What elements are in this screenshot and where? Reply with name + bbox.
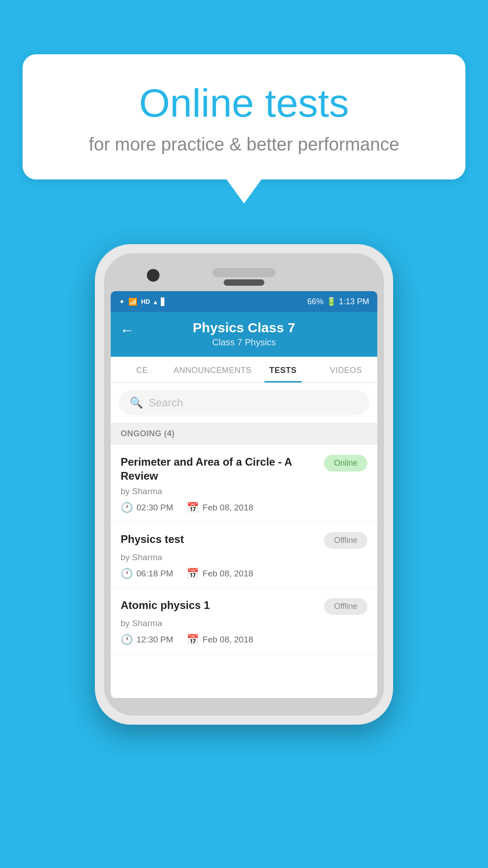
search-icon: 🔍 (130, 396, 143, 409)
test-item-time: 🕐 12:30 PM (121, 634, 173, 646)
speech-bubble: Online tests for more practice & better … (23, 54, 465, 179)
vibrate-icon: 📶 (128, 297, 137, 306)
test-item-title: Perimeter and Area of a Circle - A Revie… (121, 455, 324, 483)
app-bar: ← Physics Class 7 Class 7 Physics (111, 312, 377, 357)
test-item-title: Physics test (121, 532, 324, 546)
phone-home-indicator (224, 279, 264, 286)
phone-bottom-bezel (111, 698, 377, 709)
test-item-time: 🕐 02:30 PM (121, 502, 173, 514)
test-item-meta: 🕐 12:30 PM 📅 Feb 08, 2018 (121, 634, 367, 646)
speech-bubble-subtitle: for more practice & better performance (59, 134, 429, 155)
battery-percent: 66% (307, 297, 324, 307)
phone-camera (147, 269, 160, 282)
clock-icon: 🕐 (121, 634, 133, 646)
app-bar-breadcrumb: Class 7 Physics (212, 337, 276, 348)
test-item-author: by Sharma (121, 486, 367, 496)
test-date-value: Feb 08, 2018 (202, 635, 253, 645)
test-item-header: Perimeter and Area of a Circle - A Revie… (121, 455, 367, 483)
signal-icon: ▋ (161, 297, 166, 306)
phone-outer: ✦ 📶 HD ▴ ▋ 66% 🔋 1:13 PM ← Physic (95, 244, 393, 725)
tab-bar: CE ANNOUNCEMENTS TESTS VIDEOS (111, 357, 377, 383)
search-placeholder-text: Search (149, 396, 183, 409)
phone-top-bezel (111, 260, 377, 291)
status-right-info: 66% 🔋 1:13 PM (307, 297, 369, 307)
test-item-date: 📅 Feb 08, 2018 (187, 502, 253, 514)
test-item-meta: 🕐 06:18 PM 📅 Feb 08, 2018 (121, 568, 367, 580)
status-left-icons: ✦ 📶 HD ▴ ▋ (119, 297, 166, 306)
phone-inner: ✦ 📶 HD ▴ ▋ 66% 🔋 1:13 PM ← Physic (104, 253, 384, 716)
test-time-value: 02:30 PM (136, 503, 173, 513)
speech-bubble-tail (226, 179, 262, 203)
tab-announcements[interactable]: ANNOUNCEMENTS (174, 357, 252, 382)
bluetooth-icon: ✦ (119, 297, 125, 306)
phone-speaker (212, 268, 276, 277)
test-date-value: Feb 08, 2018 (202, 569, 253, 579)
test-item-date: 📅 Feb 08, 2018 (187, 568, 253, 580)
clock-icon: 🕐 (121, 502, 133, 514)
test-time-value: 06:18 PM (136, 569, 173, 579)
search-box[interactable]: 🔍 Search (119, 390, 369, 415)
test-date-value: Feb 08, 2018 (202, 503, 253, 513)
test-item-header: Physics test Offline (121, 532, 367, 549)
tab-ce[interactable]: CE (111, 357, 174, 382)
calendar-icon: 📅 (187, 568, 199, 580)
calendar-icon: 📅 (187, 634, 199, 646)
phone-screen: ✦ 📶 HD ▴ ▋ 66% 🔋 1:13 PM ← Physic (111, 291, 377, 698)
speech-bubble-title: Online tests (59, 81, 429, 125)
phone: ✦ 📶 HD ▴ ▋ 66% 🔋 1:13 PM ← Physic (95, 244, 393, 725)
test-item-title: Atomic physics 1 (121, 598, 324, 612)
test-time-value: 12:30 PM (136, 635, 173, 645)
clock-icon: 🕐 (121, 568, 133, 580)
hd-icon: HD (141, 298, 150, 305)
tab-videos[interactable]: VIDEOS (314, 357, 377, 382)
tab-tests[interactable]: TESTS (252, 357, 314, 382)
test-item-time: 🕐 06:18 PM (121, 568, 173, 580)
battery-icon: 🔋 (326, 297, 336, 307)
speech-bubble-wrapper: Online tests for more practice & better … (23, 54, 465, 203)
test-status-badge: Offline (324, 532, 367, 549)
search-container: 🔍 Search (111, 383, 377, 423)
test-item-author: by Sharma (121, 552, 367, 562)
section-ongoing-header: ONGOING (4) (111, 423, 377, 445)
wifi-icon: ▴ (154, 297, 157, 306)
clock-time: 1:13 PM (339, 297, 369, 307)
test-status-badge: Online (324, 455, 367, 472)
test-item-date: 📅 Feb 08, 2018 (187, 634, 253, 646)
test-status-badge: Offline (324, 598, 367, 615)
status-bar: ✦ 📶 HD ▴ ▋ 66% 🔋 1:13 PM (111, 291, 377, 312)
app-bar-title: Physics Class 7 (193, 320, 296, 335)
test-item[interactable]: Physics test Offline by Sharma 🕐 06:18 P… (111, 522, 377, 588)
test-item[interactable]: Atomic physics 1 Offline by Sharma 🕐 12:… (111, 588, 377, 654)
back-button[interactable]: ← (120, 322, 134, 339)
test-item-header: Atomic physics 1 Offline (121, 598, 367, 615)
test-item[interactable]: Perimeter and Area of a Circle - A Revie… (111, 445, 377, 522)
test-item-author: by Sharma (121, 618, 367, 628)
test-item-meta: 🕐 02:30 PM 📅 Feb 08, 2018 (121, 502, 367, 514)
calendar-icon: 📅 (187, 502, 199, 514)
